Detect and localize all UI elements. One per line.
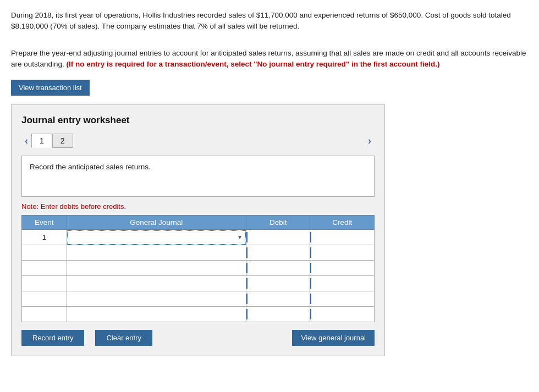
general-journal-input[interactable]	[67, 307, 246, 322]
general-journal-input[interactable]	[68, 231, 234, 244]
credit-input[interactable]	[310, 278, 374, 289]
tab-next-arrow[interactable]: ›	[365, 134, 375, 148]
credit-input[interactable]	[310, 309, 374, 319]
general-journal-cell[interactable]: ▼	[67, 230, 246, 245]
debit-input[interactable]	[246, 309, 310, 319]
event-cell	[22, 307, 67, 322]
tab-2[interactable]: 2	[52, 134, 73, 148]
event-cell	[22, 276, 67, 291]
action-buttons-row: Record entry Clear entry View general jo…	[21, 330, 375, 346]
credit-cell[interactable]	[310, 307, 375, 322]
col-header-credit: Credit	[310, 216, 375, 230]
col-header-event: Event	[22, 216, 67, 230]
credit-cell[interactable]	[310, 245, 375, 261]
event-cell: 1	[22, 230, 67, 245]
table-row	[22, 261, 375, 276]
table-row	[22, 276, 375, 291]
debit-cell[interactable]	[246, 276, 310, 291]
col-header-general: General Journal	[67, 216, 246, 230]
debit-cell[interactable]	[246, 261, 310, 276]
general-journal-cell[interactable]	[67, 307, 246, 322]
general-journal-cell[interactable]	[67, 245, 246, 261]
credit-cell[interactable]	[310, 276, 375, 291]
debit-input[interactable]	[246, 247, 310, 258]
intro-paragraph1: During 2018, its first year of operation…	[11, 10, 528, 32]
debit-cell[interactable]	[246, 230, 310, 245]
worksheet-title: Journal entry worksheet	[21, 115, 375, 126]
debit-input[interactable]	[246, 294, 310, 304]
credit-input[interactable]	[310, 232, 374, 242]
table-row: 1▼	[22, 230, 375, 245]
credit-cell[interactable]	[310, 230, 375, 245]
credit-cell[interactable]	[310, 261, 375, 276]
debit-cell[interactable]	[246, 245, 310, 261]
journal-table: Event General Journal Debit Credit 1▼	[21, 215, 375, 322]
credit-input[interactable]	[310, 247, 374, 258]
view-general-journal-button[interactable]: View general journal	[292, 330, 375, 346]
tab-navigation: ‹ 1 2 ›	[21, 134, 375, 148]
general-journal-cell[interactable]	[67, 291, 246, 307]
general-journal-input[interactable]	[67, 277, 246, 291]
journal-worksheet-container: Journal entry worksheet ‹ 1 2 › Record t…	[11, 104, 385, 356]
event-cell	[22, 291, 67, 307]
table-row	[22, 245, 375, 261]
table-row	[22, 291, 375, 307]
dropdown-arrow-icon[interactable]: ▼	[234, 231, 245, 244]
credit-input[interactable]	[310, 294, 374, 304]
general-journal-cell[interactable]	[67, 276, 246, 291]
debit-cell[interactable]	[246, 307, 310, 322]
general-journal-input[interactable]	[67, 261, 246, 275]
clear-entry-button[interactable]: Clear entry	[95, 330, 152, 346]
view-transaction-button[interactable]: View transaction list	[11, 80, 90, 96]
col-header-debit: Debit	[246, 216, 310, 230]
tab-prev-arrow[interactable]: ‹	[21, 134, 31, 148]
transaction-description: Record the anticipated sales returns.	[21, 156, 375, 197]
debit-input[interactable]	[246, 232, 310, 242]
instruction-bold-red: (If no entry is required for a transacti…	[67, 60, 440, 68]
event-cell	[22, 245, 67, 261]
debit-input[interactable]	[246, 278, 310, 289]
general-journal-input[interactable]	[67, 292, 246, 306]
debit-cell[interactable]	[246, 291, 310, 307]
record-entry-button[interactable]: Record entry	[21, 330, 84, 346]
credit-cell[interactable]	[310, 291, 375, 307]
debit-credit-note: Note: Enter debits before credits.	[21, 202, 375, 211]
credit-input[interactable]	[310, 263, 374, 273]
general-journal-cell[interactable]	[67, 261, 246, 276]
general-journal-input[interactable]	[67, 246, 246, 260]
table-row	[22, 307, 375, 322]
instruction-paragraph: Prepare the year-end adjusting journal e…	[11, 48, 528, 70]
debit-input[interactable]	[246, 263, 310, 273]
tab-1[interactable]: 1	[31, 134, 52, 148]
event-cell	[22, 261, 67, 276]
